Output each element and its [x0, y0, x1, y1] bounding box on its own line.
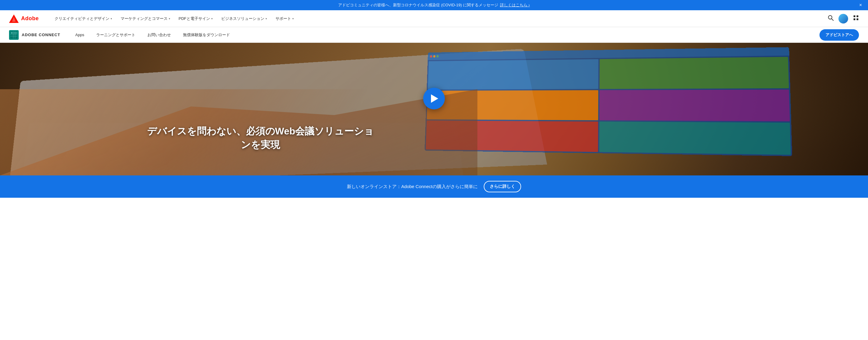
nav-link-creativity-label: クリエイティビティとデザイン — [55, 16, 110, 22]
nav-link-marketing-label: マーケティングとコマース — [121, 16, 167, 22]
announcement-link[interactable]: 詳しくはこちら › — [500, 2, 530, 8]
hero-heading-line1: デバイスを問わない、必須のWeb会議ソリューショ — [147, 124, 374, 138]
product-nav-contact-label: お問い合わせ — [147, 32, 171, 38]
main-navigation: Adobe クリエイティビティとデザイン ▾ マーケティングとコマース ▾ PD… — [0, 10, 868, 27]
hero-screen — [425, 47, 792, 156]
chevron-down-icon: ▾ — [169, 17, 170, 20]
product-brand-link[interactable]: ADOBE CONNECT — [9, 30, 60, 40]
product-name-text: ADOBE CONNECT — [22, 33, 60, 37]
announcement-bar: アドビコミュニティの皆様へ、新型コロナウイルス感染症 (COVID-19) に関… — [0, 0, 868, 10]
apps-grid-icon — [853, 15, 859, 21]
svg-rect-5 — [854, 16, 855, 17]
product-nav-cta-button[interactable]: アドビストアへ — [819, 29, 859, 41]
nav-link-pdf-label: PDFと電子サイン — [179, 16, 210, 22]
grid-icon[interactable] — [853, 15, 859, 22]
nav-link-business-label: ビジネスソリューション — [221, 16, 264, 22]
product-icon — [9, 30, 19, 40]
product-navigation: ADOBE CONNECT Apps ラーニングとサポート お問い合わせ 無償体… — [0, 27, 868, 43]
product-nav-contact[interactable]: お問い合わせ — [141, 27, 177, 43]
play-icon — [431, 94, 438, 103]
bottom-banner-text: 新しいオンラインストア：Adobe Connectの購入がさらに簡単に — [347, 184, 477, 190]
announcement-close-button[interactable]: × — [859, 2, 862, 8]
chevron-down-icon: ▾ — [111, 17, 112, 20]
svg-line-4 — [832, 19, 833, 21]
svg-rect-6 — [857, 16, 858, 17]
main-nav-right — [828, 14, 859, 24]
adobe-logo-icon — [9, 14, 19, 24]
nav-link-support-label: サポート — [276, 16, 291, 22]
hero-heading: デバイスを問わない、必須のWeb会議ソリューショ ンを実現 — [147, 124, 374, 152]
play-button[interactable] — [423, 88, 445, 110]
search-button[interactable] — [828, 15, 834, 22]
search-icon — [828, 15, 834, 21]
main-nav-links: クリエイティビティとデザイン ▾ マーケティングとコマース ▾ PDFと電子サイ… — [51, 10, 828, 27]
avatar[interactable] — [838, 14, 848, 24]
announcement-text: アドビコミュニティの皆様へ、新型コロナウイルス感染症 (COVID-19) に関… — [338, 2, 498, 8]
bottom-banner: 新しいオンラインストア：Adobe Connectの購入がさらに簡単に さらに詳… — [0, 176, 868, 198]
nav-link-business[interactable]: ビジネスソリューション ▾ — [218, 10, 271, 27]
chevron-down-icon: ▾ — [266, 17, 267, 20]
svg-rect-8 — [857, 19, 858, 20]
chevron-down-icon: ▾ — [292, 17, 294, 20]
product-nav-cta-label: アドビストアへ — [826, 32, 853, 38]
product-nav-learning-label: ラーニングとサポート — [96, 32, 135, 38]
hero-text-block: デバイスを問わない、必須のWeb会議ソリューショ ンを実現 — [147, 124, 374, 152]
adobe-logo[interactable]: Adobe — [9, 14, 39, 24]
svg-rect-16 — [13, 32, 18, 34]
product-nav-links: Apps ラーニングとサポート お問い合わせ 無償体験版をダウンロード — [69, 27, 819, 43]
nav-link-marketing[interactable]: マーケティングとコマース ▾ — [117, 10, 174, 27]
nav-link-pdf[interactable]: PDFと電子サイン ▾ — [175, 10, 216, 27]
adobe-logo-text: Adobe — [21, 16, 39, 22]
svg-rect-15 — [11, 32, 13, 34]
product-nav-trial-label: 無償体験版をダウンロード — [183, 32, 230, 38]
product-nav-apps-label: Apps — [75, 33, 84, 37]
product-nav-learning[interactable]: ラーニングとサポート — [90, 27, 141, 43]
product-nav-trial[interactable]: 無償体験版をダウンロード — [177, 27, 236, 43]
nav-link-creativity[interactable]: クリエイティビティとデザイン ▾ — [51, 10, 116, 27]
bottom-banner-button[interactable]: さらに詳しく — [484, 181, 521, 192]
hero-section: デバイスを問わない、必須のWeb会議ソリューショ ンを実現 — [0, 43, 868, 176]
nav-link-support[interactable]: サポート ▾ — [272, 10, 298, 27]
product-nav-apps[interactable]: Apps — [69, 27, 90, 43]
svg-rect-7 — [854, 19, 855, 20]
adobe-connect-icon — [9, 30, 19, 40]
chevron-down-icon: ▾ — [211, 17, 213, 20]
hero-heading-line2: ンを実現 — [147, 138, 374, 152]
